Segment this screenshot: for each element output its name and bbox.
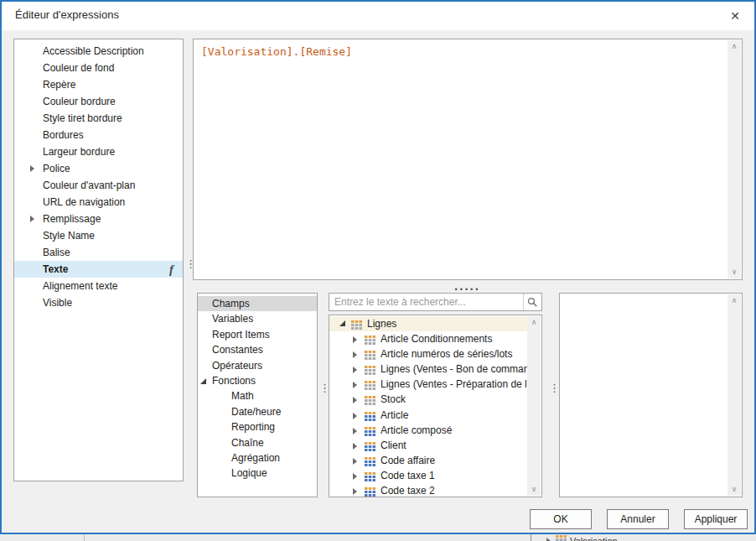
collapsed-expander-icon[interactable] (353, 413, 357, 419)
fx-icon: f (169, 262, 173, 277)
table-blue-icon (365, 455, 375, 465)
collapsed-expander-icon[interactable] (353, 443, 357, 450)
scroll-down-icon[interactable]: ∨ (728, 266, 741, 278)
category-item-variables[interactable]: Variables (198, 311, 317, 326)
property-item-couleur-de-fond[interactable]: Couleur de fond (14, 60, 183, 76)
scrollbar[interactable]: ∧ ∨ (728, 294, 741, 496)
tree-item-code-taxe-1[interactable]: Code taxe 1 (329, 468, 527, 483)
property-label: Texte (43, 263, 68, 275)
title-bar[interactable]: Éditeur d'expressions ✕ (2, 2, 754, 30)
category-item-math[interactable]: Math (198, 388, 317, 403)
tree-item-article-compose[interactable]: Article composé (329, 423, 527, 438)
category-label: Report Items (212, 329, 270, 341)
property-item-alignement-texte[interactable]: Alignement texte (14, 278, 183, 294)
scroll-down-icon[interactable]: ∨ (728, 483, 741, 496)
background-tree-item: Valorisation (546, 535, 618, 541)
collapsed-expander-icon[interactable] (353, 336, 357, 343)
property-item-style-name[interactable]: Style Name (14, 227, 183, 244)
magnifier-icon[interactable] (523, 294, 541, 310)
collapsed-expander-icon[interactable] (30, 216, 34, 222)
search-input[interactable] (329, 294, 523, 310)
table-gray-icon (365, 364, 375, 373)
property-label: Repère (43, 79, 75, 91)
tree-item-label: Article composé (329, 423, 452, 438)
property-item-bordures[interactable]: Bordures (14, 127, 183, 143)
collapsed-expander-icon[interactable] (353, 458, 357, 465)
tree-item-article[interactable]: Article (329, 408, 527, 423)
category-item-report-items[interactable]: Report Items (198, 327, 317, 342)
category-item-champs[interactable]: Champs (198, 296, 317, 311)
property-label: Alignement texte (43, 280, 117, 292)
category-item-agregation[interactable]: Agrégation (198, 450, 317, 466)
property-label: Remplissage (43, 213, 101, 225)
category-item-date-heure[interactable]: Date/heure (198, 404, 317, 419)
search-box (329, 293, 542, 311)
apply-button[interactable]: Appliquer (684, 509, 748, 529)
property-item-visible[interactable]: Visible (14, 294, 183, 311)
scroll-up-icon[interactable]: ∧ (728, 294, 741, 307)
tree-item-code-affaire[interactable]: Code affaire (329, 453, 527, 468)
collapsed-expander-icon[interactable] (353, 382, 357, 388)
category-item-logique[interactable]: Logique (198, 466, 317, 481)
category-item-fonctions[interactable]: Fonctions (198, 373, 317, 388)
scrollbar[interactable]: ∧ ∨ (527, 316, 541, 496)
property-item-couleur-bordure[interactable]: Couleur bordure (14, 93, 183, 110)
category-item-chaine[interactable]: Chaîne (198, 435, 317, 450)
background-divider (531, 534, 531, 541)
property-item-remplissage[interactable]: Remplissage (14, 211, 183, 227)
expression-editor[interactable]: [Valorisation].[Remise] ∧ ∨ (193, 39, 743, 280)
expression-editor-dialog: Éditeur d'expressions ✕ Accessible Descr… (0, 0, 756, 534)
cancel-button[interactable]: Annuler (607, 509, 669, 529)
scroll-up-icon[interactable]: ∧ (527, 316, 541, 329)
property-item-repere[interactable]: Repère (14, 76, 183, 93)
fields-tree: LignesArticle ConditionnementsArticle nu… (329, 315, 542, 497)
property-label: URL de navigation (43, 196, 125, 208)
table-gray-icon (365, 349, 375, 358)
property-item-texte[interactable]: Textef (14, 261, 183, 278)
property-item-style-tiret-bordure[interactable]: Style tiret bordure (14, 110, 183, 127)
table-blue-icon (365, 425, 375, 434)
property-item-couleur-d-avant-plan[interactable]: Couleur d'avant-plan (14, 177, 183, 194)
collapsed-expander-icon[interactable] (353, 351, 357, 358)
scroll-up-icon[interactable]: ∧ (728, 40, 741, 53)
expanded-expander-icon[interactable] (339, 320, 345, 326)
category-label: Opérateurs (212, 360, 262, 372)
collapsed-expander-icon[interactable] (353, 473, 357, 480)
tree-item-lignes[interactable]: Lignes (329, 316, 527, 331)
collapsed-expander-icon[interactable] (353, 367, 357, 373)
expanded-expander-icon[interactable] (200, 378, 206, 384)
collapsed-expander-icon[interactable] (30, 165, 34, 172)
expression-text[interactable]: [Valorisation].[Remise] (201, 45, 723, 58)
tree-item-article-conditionnements[interactable]: Article Conditionnements (329, 331, 527, 346)
property-item-url-de-navigation[interactable]: URL de navigation (14, 194, 183, 211)
splitter-handle[interactable]: ⋮ (319, 386, 328, 390)
category-item-reporting[interactable]: Reporting (198, 419, 317, 434)
property-item-largeur-bordure[interactable]: Largeur bordure (14, 143, 183, 160)
category-item-constantes[interactable]: Constantes (198, 342, 317, 357)
category-item-operateurs[interactable]: Opérateurs (198, 358, 317, 373)
tree-item-lignes-ventes-preparation-de-livr[interactable]: Lignes (Ventes - Préparation de livr... (329, 377, 527, 392)
collapsed-expander-icon (546, 538, 551, 541)
property-item-police[interactable]: Police (14, 160, 183, 177)
property-item-balise[interactable]: Balise (14, 244, 183, 261)
tree-item-code-taxe-2[interactable]: Code taxe 2 (329, 483, 527, 497)
splitter-handle[interactable]: ⋮ (549, 386, 557, 390)
table-gray-icon (365, 379, 375, 388)
background-divider (84, 534, 85, 541)
property-label: Largeur bordure (43, 146, 115, 158)
tree-item-stock[interactable]: Stock (329, 392, 527, 407)
category-label: Logique (231, 467, 267, 479)
collapsed-expander-icon[interactable] (353, 428, 357, 434)
close-icon[interactable]: ✕ (724, 6, 746, 26)
ok-button[interactable]: OK (530, 509, 592, 529)
category-label: Constantes (212, 344, 263, 356)
horizontal-splitter[interactable]: ••••• (193, 280, 743, 293)
tree-item-article-numeros-de-series-lots[interactable]: Article numéros de séries/lots (329, 346, 527, 362)
tree-item-lignes-ventes-bon-de-commande[interactable]: Lignes (Ventes - Bon de commande) (329, 362, 527, 377)
tree-item-client[interactable]: Client (329, 438, 527, 453)
collapsed-expander-icon[interactable] (353, 397, 357, 403)
collapsed-expander-icon[interactable] (353, 488, 357, 495)
property-item-accessible-description[interactable]: Accessible Description (14, 43, 183, 60)
scroll-down-icon[interactable]: ∨ (527, 483, 541, 496)
scrollbar[interactable]: ∧ ∨ (728, 40, 741, 278)
